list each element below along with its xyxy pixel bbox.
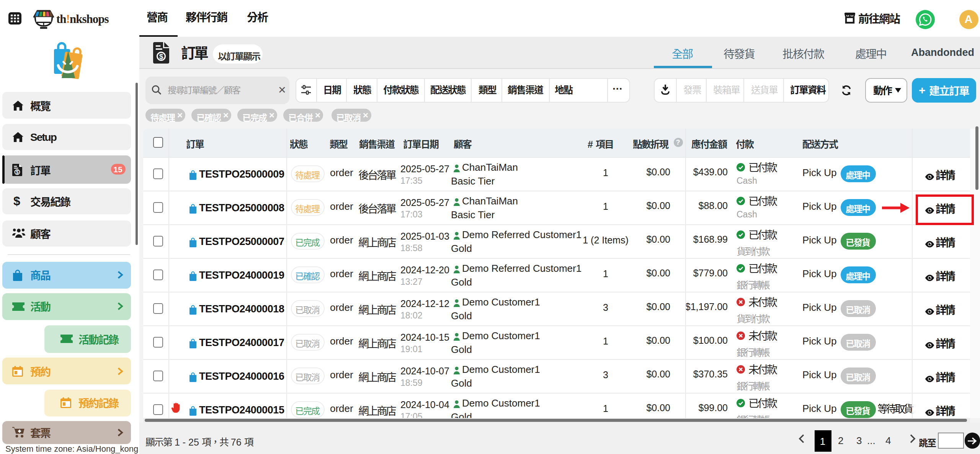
svg-text:$: $ (16, 169, 18, 175)
svg-text:$: $ (159, 52, 163, 60)
svg-text:$: $ (13, 195, 20, 208)
